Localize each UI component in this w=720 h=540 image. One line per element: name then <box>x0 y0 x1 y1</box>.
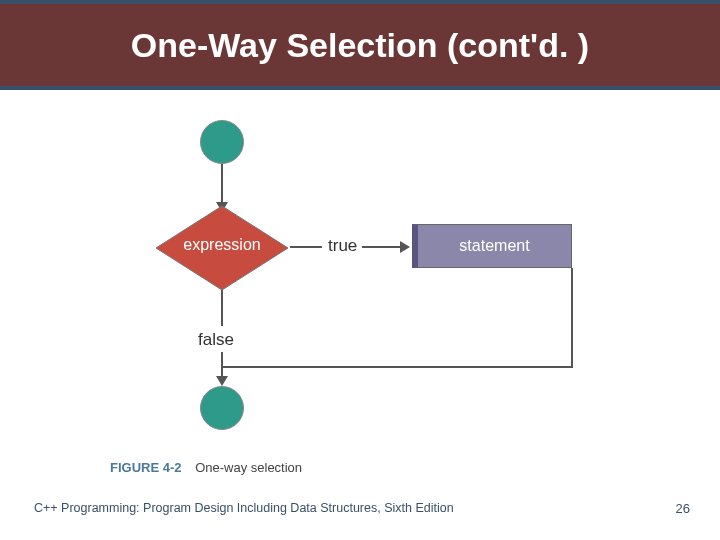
arrow-line <box>222 366 573 368</box>
start-node <box>200 120 244 164</box>
flowchart-diagram: expression true statement false FIGURE 4… <box>0 90 720 490</box>
arrow-line <box>571 268 573 368</box>
figure-caption: FIGURE 4-2 One-way selection <box>110 460 302 475</box>
arrowhead-right-icon <box>400 241 410 253</box>
arrow-line <box>221 290 223 326</box>
arrow-line <box>290 246 322 248</box>
end-node <box>200 386 244 430</box>
footer-text: C++ Programming: Program Design Includin… <box>34 501 454 515</box>
figure-caption-text: One-way selection <box>195 460 302 475</box>
statement-label: statement <box>459 237 529 255</box>
title-bar: One-Way Selection (cont'd. ) <box>0 0 720 90</box>
slide-title: One-Way Selection (cont'd. ) <box>131 26 589 65</box>
true-label: true <box>328 236 357 256</box>
page-number: 26 <box>676 501 690 516</box>
arrow-line <box>221 352 223 378</box>
figure-number: FIGURE 4-2 <box>110 460 182 475</box>
arrowhead-down-icon <box>216 376 228 386</box>
arrow-line <box>221 164 223 204</box>
arrow-line <box>362 246 402 248</box>
false-label: false <box>198 330 234 350</box>
decision-label: expression <box>166 236 278 254</box>
footer: C++ Programming: Program Design Includin… <box>0 490 720 540</box>
statement-box: statement <box>412 224 572 268</box>
